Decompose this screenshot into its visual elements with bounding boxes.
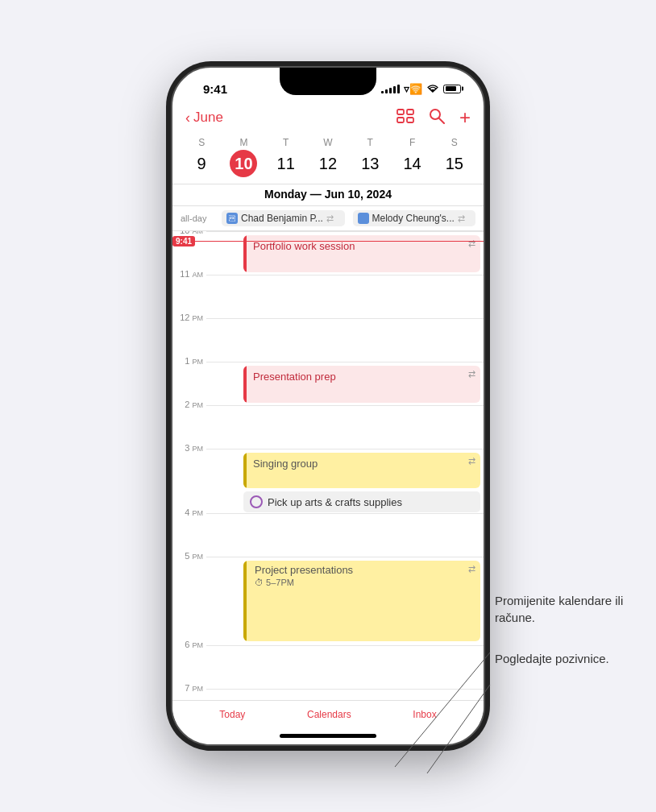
calendar-header: ‹ June +: [172, 103, 484, 134]
phone-frame: 9:41 ▿🛜: [171, 66, 485, 746]
hour-12pm: 12 PM: [206, 318, 484, 362]
time-area-7pm: [206, 689, 484, 700]
add-event-icon[interactable]: +: [459, 106, 471, 129]
svg-rect-1: [407, 110, 413, 114]
all-day-event-chad[interactable]:  Chad Benjamin P... ⇄: [222, 210, 345, 226]
wifi-icon: ▿🛜: [404, 83, 422, 95]
calendars-tab-label: Calendars: [307, 709, 351, 720]
annotation-inbox: Pogledajte pozivnice.: [495, 650, 632, 667]
annotation-inbox-text: Pogledajte pozivnice.: [495, 650, 609, 667]
time-area-12pm: [206, 318, 484, 362]
time-label-3pm: 3 PM: [174, 443, 203, 453]
time-red-line: [195, 241, 484, 242]
melody-event-icon: [358, 213, 369, 224]
svg-rect-3: [407, 118, 413, 122]
time-label-2pm: 2 PM: [174, 400, 203, 409]
time-label-11am: 11 AM: [174, 269, 203, 279]
time-label-1pm: 1 PM: [174, 356, 203, 366]
back-button[interactable]: ‹ June: [185, 110, 223, 126]
annotation-calendars: Promijenite kalendare ili račune.: [495, 592, 632, 626]
time-label-4pm: 4 PM: [174, 508, 203, 517]
today-tab[interactable]: Today: [219, 709, 245, 720]
current-time-badge: 9:41: [172, 236, 195, 246]
signal-icon: [381, 84, 400, 93]
hour-3pm: 3 PM Singing group ⇄ Pick up arts & craf…: [206, 449, 484, 513]
time-label-6pm: 6 PM: [174, 640, 203, 649]
melody-event-title: Melody Cheung's...: [372, 213, 455, 224]
svg-line-5: [439, 118, 444, 123]
hour-4pm: 4 PM: [206, 513, 484, 557]
chad-event-title: Chad Benjamin P...: [241, 213, 323, 224]
time-label-10am: 10 AM: [174, 231, 203, 235]
time-area-2pm: [206, 405, 484, 449]
all-day-label: all-day: [181, 213, 217, 223]
annotation-calendars-text: Promijenite kalendare ili račune.: [495, 592, 632, 626]
singing-sync-icon: ⇄: [468, 456, 475, 466]
all-day-event-melody[interactable]: Melody Cheung's... ⇄: [353, 210, 476, 226]
presentation-event-bar: [243, 366, 247, 403]
hour-5pm: 5 PM Project presentations ⏱ 5–7PM ⇄: [206, 557, 484, 645]
project-event-time: ⏱ 5–7PM: [255, 578, 475, 587]
back-chevron-icon: ‹: [185, 110, 190, 126]
presentation-event-title: Presentation prep: [248, 371, 336, 383]
week-strip: S 9 M 10 T 11 W 12 T 13 F 14: [172, 134, 484, 184]
hour-1pm: 1 PM Presentation prep ⇄: [206, 362, 484, 405]
today-tab-label: Today: [219, 709, 245, 720]
pickup-task[interactable]: Pick up arts & crafts supplies: [243, 491, 480, 512]
date-heading: Monday — Jun 10, 2024: [172, 184, 484, 206]
hour-11am: 11 AM: [206, 275, 484, 318]
project-event-title: Project presentations: [255, 564, 475, 576]
day-11[interactable]: T 11: [270, 137, 302, 177]
time-label-12pm: 12 PM: [174, 313, 203, 322]
search-icon[interactable]: [429, 108, 445, 128]
wifi-icon: [426, 84, 439, 93]
day-15[interactable]: S 15: [438, 137, 471, 177]
svg-rect-0: [397, 110, 404, 114]
annotations: Promijenite kalendare ili račune. Pogled…: [495, 592, 632, 667]
grid-view-icon[interactable]: [397, 109, 414, 127]
time-area-11am: [206, 275, 484, 318]
day-13[interactable]: T 13: [354, 137, 386, 177]
svg-point-4: [430, 110, 440, 119]
melody-sync-icon: ⇄: [458, 213, 465, 224]
time-area-3pm: Singing group ⇄ Pick up arts & crafts su…: [206, 449, 484, 513]
battery-icon: [443, 85, 461, 93]
singing-event-title: Singing group: [248, 458, 318, 470]
all-day-row: all-day  Chad Benjamin P... ⇄ Melody Ch…: [172, 206, 484, 231]
time-area-5pm: Project presentations ⏱ 5–7PM ⇄: [206, 557, 484, 645]
chad-sync-icon: ⇄: [326, 213, 334, 224]
current-time-indicator: 9:41: [172, 236, 484, 246]
day-9[interactable]: S 9: [185, 137, 218, 177]
month-label: June: [193, 110, 223, 126]
day-14[interactable]: F 14: [397, 137, 429, 177]
time-label-7pm: 7 PM: [174, 683, 203, 693]
pickup-task-title: Pick up arts & crafts supplies: [268, 496, 402, 508]
task-checkbox: [250, 495, 263, 508]
notch: [280, 68, 376, 95]
presentation-sync-icon: ⇄: [468, 369, 475, 379]
tab-bar: Today Calendars Inbox: [172, 700, 484, 727]
inbox-tab[interactable]: Inbox: [413, 709, 436, 720]
hour-7pm: 7 PM: [206, 689, 484, 700]
status-time: 9:41: [195, 82, 227, 96]
inbox-tab-label: Inbox: [413, 709, 436, 720]
calendars-tab[interactable]: Calendars: [307, 709, 351, 720]
status-icons: ▿🛜: [381, 83, 461, 95]
hour-6pm: 6 PM: [206, 645, 484, 689]
home-indicator: [172, 727, 484, 744]
presentation-event[interactable]: Presentation prep ⇄: [243, 366, 480, 403]
day-12[interactable]: W 12: [312, 137, 344, 177]
project-event[interactable]: Project presentations ⏱ 5–7PM ⇄: [243, 561, 480, 641]
header-actions: +: [397, 106, 471, 129]
timeline: 9:41 10 AM Portfolio work session ⇄: [172, 231, 484, 700]
time-area-6pm: [206, 645, 484, 689]
time-label-5pm: 5 PM: [174, 551, 203, 561]
singing-event[interactable]: Singing group ⇄: [243, 453, 480, 488]
project-sync-icon: ⇄: [468, 564, 475, 574]
svg-rect-2: [397, 118, 404, 122]
day-10-today[interactable]: M 10: [227, 137, 259, 177]
time-area-1pm: Presentation prep ⇄: [206, 362, 484, 405]
hour-2pm: 2 PM: [206, 405, 484, 449]
time-area-4pm: [206, 513, 484, 557]
chad-event-icon: : [226, 213, 238, 224]
